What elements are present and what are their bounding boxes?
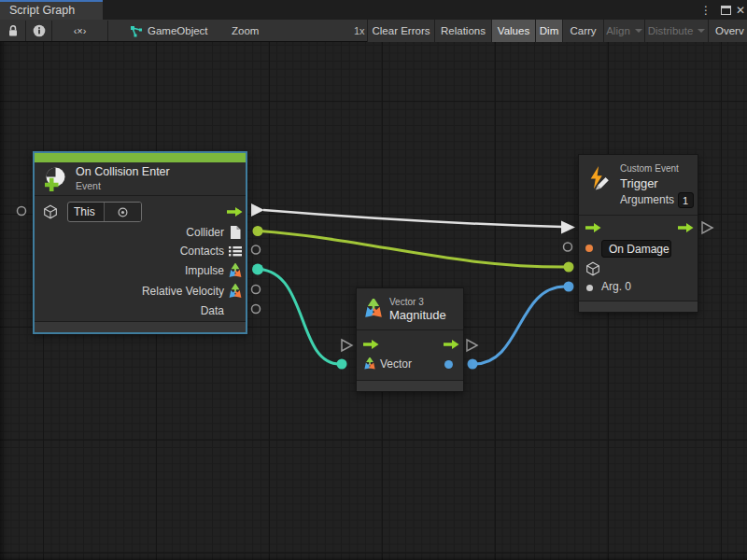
port-row-impulse: Impulse [185,263,243,278]
node-footer [357,380,463,391]
node-vector3-magnitude[interactable]: Vector 3 Magnitude Vector [356,287,464,392]
port-target-in[interactable] [564,262,574,273]
lock-icon [7,24,19,37]
zoom-value: 1x [354,20,365,42]
chevron-down-icon [635,29,642,33]
vector3-icon [228,263,243,279]
clear-errors-button[interactable]: Clear Errors [367,20,434,42]
port-row-contacts: Contacts [180,244,243,259]
node-custom-event-trigger[interactable]: Custom Event Trigger Arguments 1 On Dama… [578,154,698,313]
node-title: On Collision Enter [76,165,170,178]
event-name-port-dot[interactable] [585,245,593,252]
port-event-name-in[interactable] [564,243,572,251]
node-title: Trigger [620,176,658,190]
vector3-icon [228,284,243,300]
wire-impulse-to-vector[interactable] [260,270,340,365]
port-row-arg0: Arg. 0 [601,280,631,293]
target-field[interactable]: This [67,202,142,222]
chevron-down-icon [698,29,705,33]
dim-toggle[interactable]: Dim [535,20,562,42]
port-collider-out[interactable] [253,226,263,236]
window-menu-icon[interactable]: ⋮ [698,0,713,20]
overview-button[interactable]: Overv [708,20,747,42]
flow-out-arrow-icon[interactable] [227,206,243,217]
node-kicker: Custom Event [620,163,679,174]
wire-magnitude-to-arg0[interactable] [474,287,565,364]
port-contacts-out[interactable] [252,245,261,254]
code-view-button[interactable]: ‹×› [52,20,107,42]
inspect-button[interactable] [26,20,51,42]
node-footer [35,321,246,332]
distribute-dropdown[interactable]: Distribute [644,20,708,42]
event-color-bar [35,153,246,162]
port-flow-in-trigger[interactable] [561,221,575,234]
collision-event-icon [42,165,68,191]
port-impulse-out[interactable] [252,264,263,275]
relations-button[interactable]: Relations [434,20,491,42]
event-name-field[interactable]: On Damage [601,240,671,258]
object-picker-icon[interactable] [104,203,141,221]
graph-canvas[interactable]: On Collision Enter Event This [0,42,747,560]
carry-toggle[interactable]: Carry [562,20,603,42]
lock-button[interactable] [0,20,25,42]
port-magnitude-out[interactable] [468,359,478,370]
port-flow-out-collision[interactable] [251,203,264,217]
port-flow-out-trigger[interactable] [702,222,712,233]
port-flow-in-magnitude[interactable] [342,340,352,351]
unity-script-graph-window: Script Graph ⋮ ✕ ‹×› [0,0,747,560]
node-on-collision-enter[interactable]: On Collision Enter Event This [33,151,247,334]
node-title: Magnitude [389,308,446,322]
port-row-relative-velocity: Relative Velocity [142,284,243,299]
close-icon[interactable]: ✕ [734,0,747,20]
gameobject-label[interactable]: GameObject [148,20,208,42]
result-port-dot[interactable] [444,360,453,369]
port-vector-in[interactable] [337,359,347,370]
arguments-label: Arguments [620,193,674,206]
port-row-collider: Collider [186,225,243,240]
list-icon [229,245,242,257]
port-row-data: Data [201,303,243,318]
graph-toolbar: ‹×› GameObject Zoom 1x Clear Errors Rela… [0,20,747,42]
port-row-vector: Vector [363,357,412,371]
port-flow-out-magnitude[interactable] [467,340,477,351]
gameobject-cube-icon [43,204,58,219]
values-toggle[interactable]: Values [491,20,535,42]
port-data-out[interactable] [252,305,261,314]
tab-title: Script Graph [9,4,75,17]
graph-owner-icon [129,20,144,42]
vector3-icon [363,357,376,371]
flow-out-arrow-icon[interactable] [678,222,694,233]
node-footer [579,301,698,312]
title-bar: Script Graph ⋮ ✕ [0,0,747,20]
maximize-icon[interactable] [717,0,734,20]
zoom-label: Zoom [232,20,259,42]
port-relative-velocity-out[interactable] [252,286,261,294]
node-subtitle: Event [76,180,101,191]
flow-in-arrow-icon[interactable] [363,339,379,350]
wire-flow[interactable] [263,210,562,227]
collider-icon [230,226,241,239]
info-icon [33,24,46,37]
arg0-port-dot[interactable] [586,285,593,291]
align-dropdown[interactable]: Align [603,20,644,42]
port-this-in[interactable] [18,207,26,216]
flow-in-arrow-icon[interactable] [585,222,601,233]
flow-out-arrow-icon[interactable] [444,339,459,350]
arguments-field[interactable]: 1 [678,192,694,208]
gameobject-cube-icon [585,261,600,276]
wire-collider-to-target[interactable] [260,231,565,268]
node-kicker: Vector 3 [389,297,424,307]
custom-event-icon [586,165,613,191]
tab-script-graph[interactable]: Script Graph [0,0,103,20]
port-arg0-in[interactable] [564,282,574,292]
vector3-icon [363,299,384,319]
